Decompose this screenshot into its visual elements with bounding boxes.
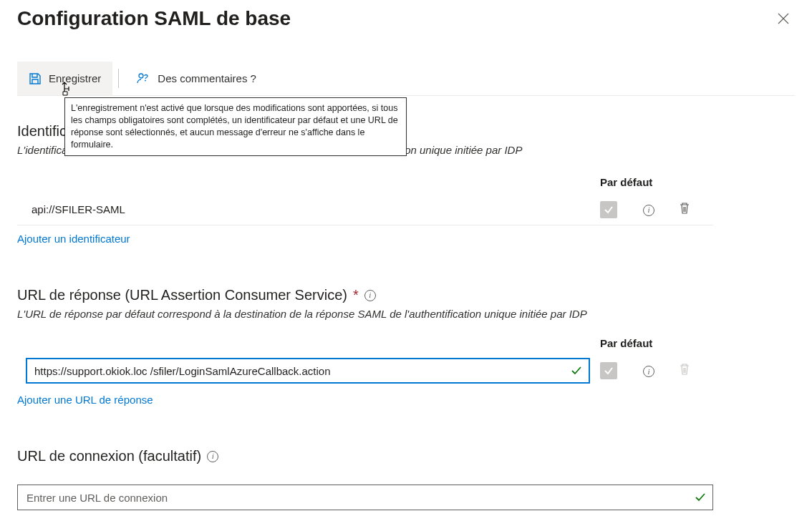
info-icon[interactable]: i (643, 205, 654, 216)
default-column-header: Par défaut (600, 337, 713, 349)
section-reply-url: URL de réponse (URL Assertion Consumer S… (17, 287, 795, 407)
identifier-value: api://SFILER-SAML (17, 203, 600, 215)
identifier-row: api://SFILER-SAML i (17, 194, 713, 225)
info-icon[interactable]: i (207, 451, 218, 462)
feedback-icon (136, 72, 150, 86)
feedback-button[interactable]: Des commentaires ? (125, 62, 268, 95)
close-button[interactable] (772, 7, 795, 30)
valid-check-icon (694, 491, 712, 504)
add-identifier-link[interactable]: Ajouter un identificateur (17, 233, 130, 245)
info-icon[interactable]: i (643, 366, 654, 377)
save-icon (29, 72, 42, 85)
delete-button[interactable] (679, 202, 690, 215)
close-icon (778, 13, 789, 24)
valid-check-icon (570, 364, 589, 377)
reply-url-title: URL de réponse (URL Assertion Consumer S… (17, 287, 347, 303)
save-tooltip: L'enregistrement n'est activé que lorsqu… (64, 97, 407, 156)
section-signon-url: URL de connexion (facultatif) i (17, 448, 795, 510)
signon-url-input[interactable] (18, 492, 694, 504)
default-checkbox[interactable] (600, 201, 617, 218)
toolbar-separator (118, 69, 119, 88)
save-label: Enregistrer (49, 72, 101, 84)
info-icon[interactable]: i (364, 290, 376, 301)
save-button[interactable]: Enregistrer (17, 62, 112, 95)
delete-button[interactable] (679, 363, 690, 376)
required-mark: * (353, 287, 359, 303)
default-checkbox[interactable] (600, 362, 617, 379)
reply-url-description: L'URL de réponse par défaut correspond à… (17, 308, 795, 320)
reply-url-input-wrap (26, 358, 590, 384)
default-column-header: Par défaut (600, 176, 713, 188)
reply-url-row: i (17, 355, 713, 386)
svg-point-1 (145, 79, 146, 81)
feedback-label: Des commentaires ? (158, 72, 256, 84)
add-reply-url-link[interactable]: Ajouter une URL de réponse (17, 394, 153, 406)
toolbar: Enregistrer Des commentaires ? (17, 62, 795, 96)
signon-url-title: URL de connexion (facultatif) (17, 448, 201, 464)
svg-point-0 (139, 74, 143, 78)
reply-url-input[interactable] (27, 365, 570, 377)
page-title: Configuration SAML de base (17, 7, 291, 30)
signon-url-input-wrap (17, 485, 713, 510)
